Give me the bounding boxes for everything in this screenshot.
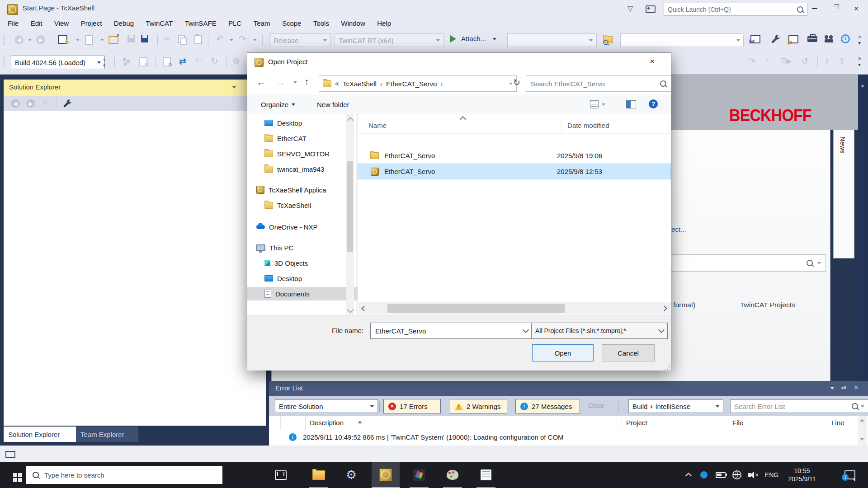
save-all-icon[interactable] bbox=[141, 35, 148, 42]
sidebar-item-servo-motor[interactable]: SERVO_MOTOR bbox=[264, 147, 359, 160]
dialog-search-icon[interactable] bbox=[660, 80, 666, 87]
restart-twincat-icon[interactable]: ↻ bbox=[211, 56, 218, 66]
sidebar-scroll-down-icon[interactable] bbox=[347, 307, 354, 313]
start-button[interactable] bbox=[5, 462, 25, 488]
menu-file[interactable]: File bbox=[3, 18, 24, 28]
menu-help[interactable]: Help bbox=[372, 18, 396, 28]
run-list-icon[interactable]: ☰▶ bbox=[780, 57, 792, 65]
navigate-forward-icon[interactable]: ▶ bbox=[36, 35, 45, 44]
breadcrumb-dropdown-icon[interactable] bbox=[509, 83, 513, 85]
col-description[interactable]: Description bbox=[310, 419, 344, 427]
upload-box-icon[interactable]: ⇧ bbox=[839, 56, 846, 66]
redo-dropdown-icon[interactable] bbox=[253, 39, 257, 41]
clear-button[interactable]: Clear bbox=[588, 402, 604, 409]
scroll-down-icon[interactable] bbox=[860, 438, 864, 441]
volume-muted-icon[interactable]: × bbox=[746, 462, 760, 488]
preview-pane-icon[interactable] bbox=[626, 100, 636, 108]
sidebar-item-documents[interactable]: Documents bbox=[247, 287, 361, 300]
se-forward-icon[interactable]: ▶ bbox=[26, 99, 35, 108]
dialog-close-icon[interactable]: × bbox=[650, 56, 655, 66]
sidebar-item-desktop-quick[interactable]: Desktop bbox=[264, 116, 359, 130]
notepad-taskbar-icon[interactable] bbox=[473, 462, 499, 488]
se-home-icon[interactable]: ⌂ bbox=[42, 98, 47, 108]
tab-team-explorer[interactable]: Team Explorer bbox=[76, 427, 138, 442]
menu-debug[interactable]: Debug bbox=[109, 18, 139, 28]
step-out-icon[interactable]: ↑ bbox=[765, 56, 769, 66]
hscroll-thumb[interactable] bbox=[387, 304, 565, 313]
organize-button[interactable]: Organize bbox=[261, 101, 295, 108]
solution-configurations-combo[interactable]: Release bbox=[269, 33, 331, 47]
media-app-taskbar-icon[interactable] bbox=[406, 462, 432, 488]
toolbar-grip-3[interactable] bbox=[114, 57, 117, 67]
minimize-button[interactable] bbox=[806, 2, 824, 15]
step-over-icon[interactable]: ↷ bbox=[748, 56, 755, 66]
sidebar-item-3d-objects[interactable]: 3D Objects bbox=[264, 256, 359, 270]
navigate-back-dropdown-icon[interactable] bbox=[28, 39, 32, 41]
task-view-button[interactable] bbox=[269, 462, 292, 488]
error-list-scrollbar[interactable] bbox=[858, 416, 867, 446]
action-center-icon[interactable]: 1 bbox=[837, 462, 863, 488]
help-icon[interactable]: ? bbox=[649, 99, 658, 108]
undo-icon[interactable]: ↶ bbox=[216, 33, 224, 44]
toolbar-grip[interactable] bbox=[4, 35, 6, 45]
error-search-icon[interactable] bbox=[852, 403, 858, 409]
nav-up-icon[interactable]: ↑ bbox=[304, 76, 309, 87]
start-page-search-box[interactable] bbox=[665, 254, 826, 272]
toolbar2-overflow-right-icon[interactable]: »▾ bbox=[858, 55, 861, 68]
error-list-row[interactable]: i 2025/9/11 10:49:52 866 ms | 'TwinCAT S… bbox=[269, 430, 868, 444]
nav-forward-icon[interactable]: → bbox=[275, 76, 285, 88]
start-search-icon[interactable] bbox=[807, 260, 813, 266]
news-tab[interactable]: News bbox=[833, 130, 854, 258]
menu-project[interactable]: Project bbox=[76, 18, 107, 28]
tray-expand-icon[interactable] bbox=[682, 462, 695, 488]
redo-icon[interactable]: ↷ bbox=[239, 33, 246, 44]
save-icon[interactable] bbox=[127, 35, 135, 42]
menu-tools[interactable]: Tools bbox=[308, 18, 334, 28]
cancel-button[interactable]: Cancel bbox=[602, 344, 655, 361]
debug-target-combo[interactable] bbox=[507, 33, 597, 47]
messages-toggle-button[interactable]: i27 Messages bbox=[515, 399, 580, 413]
feedback-icon[interactable] bbox=[646, 5, 656, 13]
el-window-menu-icon[interactable] bbox=[830, 387, 834, 389]
se-properties-wrench-icon[interactable] bbox=[63, 99, 72, 108]
view-mode-icon[interactable] bbox=[590, 100, 599, 108]
taskbar-search-box[interactable]: Type here to search bbox=[26, 466, 222, 484]
breadcrumb-segment-ethercat-servo[interactable]: EtherCAT_Servo bbox=[386, 80, 437, 88]
window-switch-icon[interactable]: ⇄ bbox=[788, 35, 798, 43]
paste-icon[interactable] bbox=[194, 35, 202, 44]
quick-launch-input[interactable]: Quick Launch (Ctrl+Q) bbox=[664, 3, 807, 16]
nav-back-icon[interactable]: ← bbox=[256, 76, 266, 88]
dock-menu-icon[interactable] bbox=[861, 85, 864, 88]
download-box-icon[interactable]: ⇩ bbox=[824, 56, 830, 66]
undo-dropdown-icon[interactable] bbox=[230, 39, 233, 41]
breadcrumb-prefix[interactable]: « bbox=[335, 80, 339, 88]
attach-play-icon[interactable] bbox=[450, 35, 456, 42]
error-filter-combo[interactable]: Build + IntelliSense bbox=[628, 399, 723, 413]
warnings-toggle-button[interactable]: 2 Warnings bbox=[450, 399, 507, 413]
wrench-icon[interactable] bbox=[771, 34, 780, 43]
toolbar2-overflow-icon[interactable]: ▾▴ bbox=[103, 57, 105, 67]
refresh-icon[interactable]: ↻ bbox=[513, 77, 520, 88]
search-target-combo[interactable] bbox=[620, 33, 744, 47]
tray-app-icon[interactable] bbox=[697, 462, 711, 488]
error-search-input[interactable]: Search Error List bbox=[730, 399, 868, 413]
view-mode-dropdown-icon[interactable] bbox=[602, 103, 605, 106]
file-name-input[interactable]: EtherCAT_Servo bbox=[370, 323, 533, 339]
attach-dropdown-icon[interactable] bbox=[493, 38, 496, 40]
col-file[interactable]: File bbox=[732, 419, 743, 427]
sidebar-item-tcxaeshell-application[interactable]: TcXaeShell Applica bbox=[256, 183, 351, 197]
menu-scope[interactable]: Scope bbox=[277, 18, 307, 28]
search-icon[interactable] bbox=[797, 6, 803, 13]
file-row-folder[interactable]: EtherCAT_Servo 2025/9/8 19:06 bbox=[358, 148, 684, 164]
nav-history-dropdown-icon[interactable] bbox=[293, 81, 297, 84]
dialog-search-input[interactable]: Search EtherCAT_Servo bbox=[526, 75, 671, 92]
col-name[interactable]: Name bbox=[368, 122, 387, 129]
paint-taskbar-icon[interactable] bbox=[439, 462, 466, 488]
menu-edit[interactable]: Edit bbox=[26, 18, 47, 28]
add-item-icon[interactable] bbox=[85, 35, 93, 45]
clock[interactable]: 10:55 2025/9/11 bbox=[784, 462, 820, 488]
sort-asc-icon[interactable] bbox=[358, 421, 362, 423]
cut-icon[interactable]: ✂ bbox=[164, 34, 170, 44]
menu-twincat[interactable]: TwinCAT bbox=[141, 18, 178, 28]
sidebar-scrollbar[interactable] bbox=[346, 114, 354, 315]
